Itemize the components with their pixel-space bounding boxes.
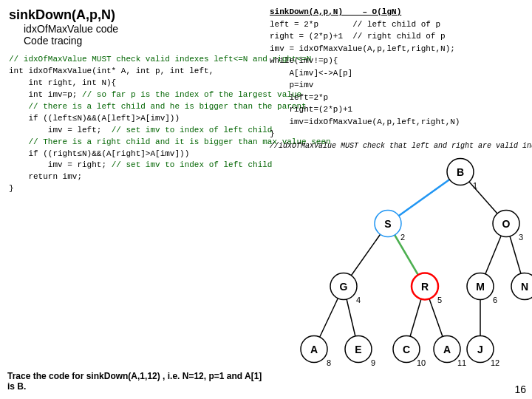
node-label: J	[477, 344, 483, 355]
node-label: B	[457, 166, 464, 178]
tree-node: B1	[447, 159, 477, 190]
node-label: A	[443, 344, 451, 355]
node-label: A	[310, 344, 318, 355]
trace-label: Trace the code for sinkDown(A,1,12) , i.…	[7, 371, 262, 392]
pseudo-line: imv=idxOfMaxValue(A,p,left,right,N)	[270, 116, 525, 129]
node-label: E	[355, 344, 361, 355]
tree-svg: B1S2O3G4R5M6N7A8E9C10A11J12	[262, 144, 532, 399]
title-block: sinkDown(A,p,N) idxOfMaxValue code Code …	[9, 7, 253, 47]
node-label: M	[476, 281, 485, 293]
pseudo-line: p=imv	[270, 79, 525, 92]
pseudo-line: right=(2*p)+1	[270, 103, 525, 116]
code-block: // idxOfMaxValue MUST check valid indexe…	[9, 54, 253, 195]
title-sub1: idxOfMaxValue code	[24, 23, 253, 35]
tree-area: B1S2O3G4R5M6N7A8E9C10A11J12	[262, 144, 532, 399]
tree-node: J12	[467, 336, 499, 367]
title-main: sinkDown(A,p,N)	[9, 7, 253, 23]
node-index: 9	[371, 358, 375, 367]
node-label: G	[340, 281, 348, 293]
node-index: 1	[473, 181, 477, 190]
node-index: 2	[400, 233, 405, 242]
tree-node: R5	[412, 273, 442, 304]
node-index: 6	[493, 296, 497, 304]
tree-node: A8	[301, 336, 331, 367]
code-line: int idxOfMaxValue(int* A, int p, int lef…	[9, 66, 253, 78]
node-index: 12	[491, 358, 499, 367]
slide-number: 16	[514, 383, 526, 395]
tree-node: M6	[467, 273, 497, 304]
tree-node: E9	[345, 336, 375, 367]
pseudocode: sinkDown(A,p,N) – O(lgN)left = 2*p // le…	[270, 6, 525, 151]
node-label: S	[384, 218, 391, 230]
code-line: // there is a left child and he is bigge…	[9, 101, 253, 113]
tree-node: G4	[330, 273, 361, 304]
pseudo-line: A[imv]<->A[p]	[270, 67, 525, 80]
pseudo-line: left = 2*p // left child of p	[270, 18, 525, 31]
code-line: if ((right≤N)&&(A[right]>A[imv]))	[9, 149, 253, 160]
title-sub2: Code tracing	[24, 35, 253, 47]
node-index: 11	[457, 358, 466, 367]
pseudo-line: }	[270, 128, 525, 140]
pseudo-line: while(imv!=p){	[270, 55, 525, 67]
code-line: // idxOfMaxValue MUST check valid indexe…	[9, 54, 253, 66]
pseudo-line: right = (2*p)+1 // right child of p	[270, 30, 525, 43]
code-line: int imv=p; // so far p is the index of t…	[9, 89, 253, 101]
code-line: // There is a right child and it is bigg…	[9, 137, 253, 149]
tree-node: N7	[511, 273, 532, 304]
tree-node: O3	[493, 211, 523, 242]
node-label: O	[502, 218, 511, 230]
code-line: imv = right; // set imv to index of left…	[9, 160, 253, 171]
node-index: 4	[356, 296, 361, 304]
node-label: N	[521, 281, 528, 293]
node-index: 5	[437, 296, 442, 304]
pseudo-line: left=2*p	[270, 92, 525, 104]
tree-node: A11	[434, 336, 466, 367]
pseudo-line: imv = idxOfMaxValue(A,p,left,right,N);	[270, 43, 525, 55]
left-panel: sinkDown(A,p,N) idxOfMaxValue code Code …	[0, 0, 262, 399]
tree-node: C10	[393, 336, 426, 367]
node-index: 8	[327, 358, 331, 367]
code-line: return imv;	[9, 171, 253, 183]
node-label: C	[403, 344, 410, 355]
node-index: 10	[417, 358, 426, 367]
code-line: }	[9, 183, 253, 195]
node-index: 3	[519, 233, 523, 242]
pseudo-line: sinkDown(A,p,N) – O(lgN)	[270, 6, 525, 18]
code-line: imv = left; // set imv to index of left …	[9, 125, 253, 137]
code-line: int right, int N){	[9, 78, 253, 89]
code-line: if ((left≤N)&&(A[left]>A[imv]))	[9, 113, 253, 125]
node-label: R	[421, 281, 429, 293]
